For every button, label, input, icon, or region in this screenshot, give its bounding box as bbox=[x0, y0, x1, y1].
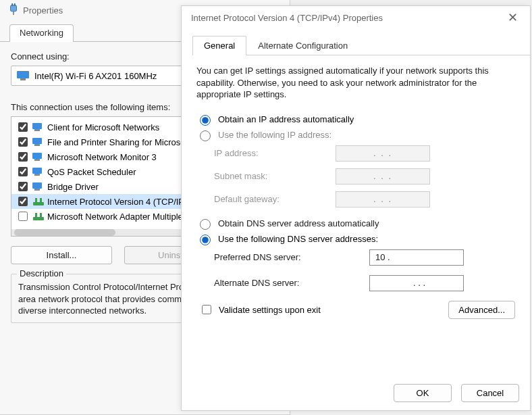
item-checkbox[interactable] bbox=[18, 212, 28, 221]
svg-rect-16 bbox=[33, 202, 44, 205]
item-label: Microsoft Network Monitor 3 bbox=[47, 152, 157, 162]
client-icon bbox=[32, 122, 45, 132]
description-legend: Description bbox=[17, 268, 66, 278]
protocol-icon bbox=[32, 211, 45, 222]
ip-auto-row[interactable]: Obtain an IP address automatically bbox=[196, 113, 515, 126]
item-label: QoS Packet Scheduler bbox=[47, 167, 136, 177]
adapter-icon bbox=[17, 71, 29, 80]
ok-button[interactable]: OK bbox=[394, 384, 452, 402]
dns-manual-row[interactable]: Use the following DNS server addresses: bbox=[196, 233, 515, 245]
client-icon bbox=[32, 166, 45, 177]
svg-rect-1 bbox=[11, 3, 13, 6]
preferred-dns-label: Preferred DNS server: bbox=[214, 252, 369, 262]
item-checkbox[interactable] bbox=[18, 197, 28, 206]
ethernet-plug-icon bbox=[8, 3, 19, 18]
svg-rect-18 bbox=[40, 198, 42, 203]
advanced-button[interactable]: Advanced... bbox=[448, 301, 515, 319]
subnet-mask-label: Subnet mask: bbox=[214, 171, 336, 181]
item-checkbox[interactable] bbox=[18, 182, 28, 191]
ip-manual-label: Use the following IP address: bbox=[218, 130, 331, 140]
client-icon bbox=[32, 181, 45, 192]
general-panel: You can get IP settings assigned automat… bbox=[182, 55, 530, 326]
ip-auto-radio[interactable] bbox=[200, 115, 211, 126]
alternate-dns-label: Alternate DNS server: bbox=[214, 278, 369, 288]
dns-fields: Preferred DNS server: 10 . Alternate DNS… bbox=[214, 249, 515, 291]
ipv4-tabstrip: General Alternate Configuration bbox=[192, 36, 530, 55]
default-gateway-label: Default gateway: bbox=[214, 194, 336, 204]
ip-fields: IP address: . . . Subnet mask: . . . Def… bbox=[214, 145, 515, 208]
svg-rect-11 bbox=[34, 159, 40, 161]
svg-rect-3 bbox=[13, 11, 14, 14]
dialog-buttons: OK Cancel bbox=[394, 384, 519, 402]
install-button[interactable]: Install... bbox=[11, 246, 112, 264]
validate-label: Validate settings upon exit bbox=[219, 305, 321, 315]
svg-rect-19 bbox=[33, 217, 44, 220]
svg-rect-2 bbox=[14, 3, 16, 6]
item-checkbox[interactable] bbox=[18, 152, 28, 162]
ip-address-label: IP address: bbox=[214, 148, 336, 158]
svg-rect-9 bbox=[34, 144, 40, 146]
svg-rect-14 bbox=[32, 182, 42, 189]
tab-networking[interactable]: Networking bbox=[9, 24, 74, 42]
ipv4-properties-dialog: Internet Protocol Version 4 (TCP/IPv4) P… bbox=[181, 5, 531, 411]
dns-auto-label: Obtain DNS server address automatically bbox=[218, 218, 379, 228]
svg-rect-7 bbox=[34, 129, 40, 131]
info-text: You can get IP settings assigned automat… bbox=[196, 65, 515, 101]
subnet-mask-input: . . . bbox=[336, 168, 430, 185]
dns-auto-row[interactable]: Obtain DNS server address automatically bbox=[196, 217, 515, 230]
svg-rect-10 bbox=[32, 153, 42, 159]
ipv4-titlebar: Internet Protocol Version 4 (TCP/IPv4) P… bbox=[182, 6, 530, 29]
item-label: Internet Protocol Version 4 (TCP/IPv4) bbox=[47, 197, 196, 207]
cancel-button[interactable]: Cancel bbox=[461, 384, 519, 402]
tab-alternate-configuration[interactable]: Alternate Configuration bbox=[246, 36, 359, 55]
ip-manual-radio[interactable] bbox=[200, 130, 211, 141]
default-gateway-input: . . . bbox=[336, 191, 430, 208]
svg-rect-12 bbox=[32, 168, 42, 174]
svg-rect-15 bbox=[34, 189, 40, 191]
dns-manual-label: Use the following DNS server addresses: bbox=[218, 234, 378, 244]
close-icon[interactable]: ✕ bbox=[504, 10, 522, 25]
tab-general[interactable]: General bbox=[192, 36, 246, 55]
svg-rect-13 bbox=[34, 174, 40, 176]
item-label: Client for Microsoft Networks bbox=[47, 122, 159, 132]
svg-rect-5 bbox=[20, 78, 26, 80]
properties-title: Properties bbox=[23, 5, 63, 16]
protocol-icon bbox=[32, 196, 45, 207]
svg-rect-6 bbox=[32, 123, 42, 129]
adapter-name: Intel(R) Wi-Fi 6 AX201 160MHz bbox=[34, 71, 157, 81]
item-checkbox[interactable] bbox=[18, 137, 28, 147]
alternate-dns-input[interactable]: . . . bbox=[369, 275, 464, 291]
svg-rect-20 bbox=[35, 213, 37, 218]
item-checkbox[interactable] bbox=[18, 167, 28, 176]
ipv4-title: Internet Protocol Version 4 (TCP/IPv4) P… bbox=[191, 13, 383, 23]
svg-rect-0 bbox=[11, 5, 17, 11]
client-icon bbox=[32, 137, 45, 147]
validate-checkbox[interactable] bbox=[202, 305, 211, 314]
ip-manual-row[interactable]: Use the following IP address: bbox=[196, 128, 515, 141]
svg-rect-8 bbox=[32, 138, 42, 144]
ip-auto-label: Obtain an IP address automatically bbox=[218, 114, 354, 124]
dns-manual-radio[interactable] bbox=[200, 235, 211, 245]
item-label: Bridge Driver bbox=[47, 182, 99, 192]
client-icon bbox=[32, 151, 45, 162]
svg-rect-4 bbox=[17, 71, 29, 78]
svg-rect-21 bbox=[40, 213, 42, 218]
preferred-dns-input[interactable]: 10 . bbox=[369, 249, 464, 266]
svg-rect-17 bbox=[35, 198, 37, 203]
dns-auto-radio[interactable] bbox=[200, 219, 211, 230]
ip-address-input: . . . bbox=[336, 145, 430, 162]
item-checkbox[interactable] bbox=[18, 122, 28, 132]
